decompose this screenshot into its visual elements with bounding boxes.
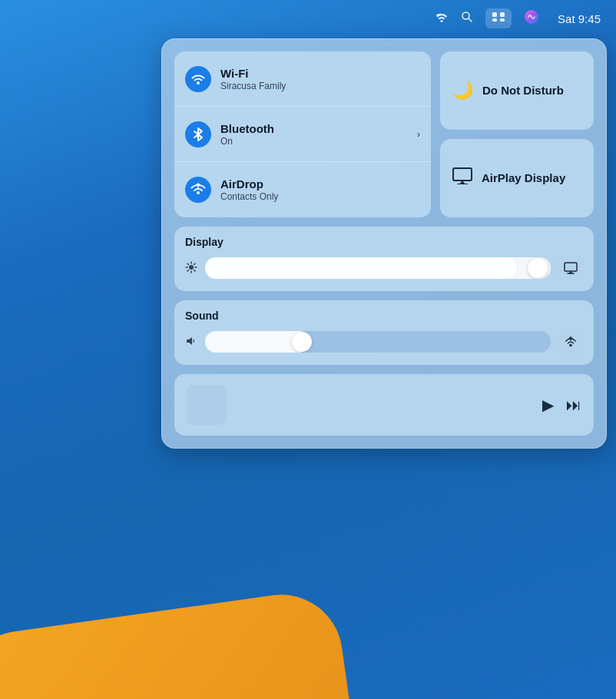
airdrop-item[interactable]: AirDrop Contacts Only: [174, 162, 431, 217]
display-section: Display: [174, 227, 594, 291]
airdrop-title: AirDrop: [220, 177, 420, 190]
moon-icon: 🌙: [452, 81, 473, 101]
svg-rect-3: [500, 12, 505, 17]
svg-rect-5: [500, 18, 505, 22]
brightness-slider[interactable]: [205, 257, 551, 279]
bluetooth-title: Bluetooth: [220, 122, 414, 135]
svg-point-7: [197, 81, 200, 84]
wifi-title: Wi-Fi: [220, 67, 420, 80]
svg-rect-19: [565, 263, 577, 271]
bluetooth-subtitle: On: [220, 136, 414, 147]
top-section: Wi-Fi Siracusa Family Bluetooth On ›: [174, 51, 594, 217]
svg-point-8: [197, 191, 200, 194]
wifi-item[interactable]: Wi-Fi Siracusa Family: [174, 51, 431, 107]
svg-point-21: [569, 344, 572, 347]
brightness-fill: [205, 257, 516, 279]
right-toggles: 🌙 Do Not Disturb AirPlay Display: [440, 51, 594, 217]
brightness-thumb[interactable]: [528, 258, 548, 278]
sound-section: Sound: [174, 300, 594, 365]
svg-point-10: [189, 265, 194, 270]
svg-line-18: [187, 270, 189, 271]
svg-rect-9: [453, 168, 472, 181]
airplay-display-button[interactable]: AirPlay Display: [440, 139, 594, 217]
bluetooth-text: Bluetooth On: [220, 122, 414, 147]
bluetooth-item[interactable]: Bluetooth On ›: [174, 107, 431, 162]
menubar-icons: Sat 9:45: [435, 8, 601, 28]
connectivity-panel: Wi-Fi Siracusa Family Bluetooth On ›: [174, 51, 431, 217]
menubar: Sat 9:45: [0, 0, 616, 37]
wifi-text: Wi-Fi Siracusa Family: [220, 67, 420, 91]
menubar-search-icon[interactable]: [461, 11, 473, 26]
bluetooth-icon-circle: [185, 121, 211, 147]
display-slider-row: [185, 256, 583, 280]
svg-rect-4: [492, 18, 497, 22]
airdrop-subtitle: Contacts Only: [220, 191, 420, 202]
airplay-audio-button[interactable]: [558, 330, 583, 354]
control-center-panel: Wi-Fi Siracusa Family Bluetooth On ›: [161, 38, 607, 449]
airplay-display-label: AirPlay Display: [482, 171, 565, 186]
svg-rect-2: [492, 12, 497, 17]
wifi-icon-circle: [185, 66, 211, 92]
volume-thumb[interactable]: [292, 332, 312, 352]
album-art: [187, 385, 227, 425]
brightness-icon: [185, 261, 197, 276]
svg-line-15: [187, 263, 189, 265]
display-mirror-button[interactable]: [558, 256, 583, 280]
svg-line-1: [469, 18, 472, 22]
airplay-display-icon: [452, 167, 472, 189]
svg-line-17: [194, 263, 196, 265]
do-not-disturb-label: Do Not Disturb: [482, 83, 564, 98]
now-playing-controls: ▶ ⏭: [542, 396, 581, 414]
menubar-control-center-icon[interactable]: [485, 8, 512, 28]
volume-slider[interactable]: [205, 331, 551, 353]
airdrop-icon-circle: [185, 177, 211, 203]
airdrop-text: AirDrop Contacts Only: [220, 177, 420, 202]
display-label: Display: [185, 236, 583, 248]
skip-button[interactable]: ⏭: [566, 396, 581, 414]
menubar-siri-icon[interactable]: [524, 9, 539, 28]
play-button[interactable]: ▶: [542, 396, 554, 414]
sound-slider-row: [185, 330, 583, 354]
menubar-wifi-icon[interactable]: [435, 12, 449, 25]
svg-line-16: [194, 270, 196, 271]
speaker-icon: [185, 336, 197, 349]
sound-label: Sound: [185, 310, 583, 322]
do-not-disturb-button[interactable]: 🌙 Do Not Disturb: [440, 51, 594, 130]
now-playing-section: ▶ ⏭: [174, 374, 594, 436]
bluetooth-arrow-icon: ›: [417, 128, 420, 140]
menubar-time: Sat 9:45: [558, 12, 601, 25]
wifi-subtitle: Siracusa Family: [220, 81, 420, 91]
